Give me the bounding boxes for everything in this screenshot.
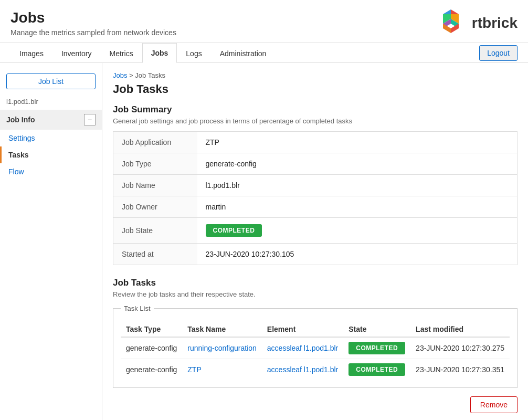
sidebar-item-settings[interactable]: Settings [0,130,102,146]
main-layout: Job List l1.pod1.blr Job Info − Settings… [0,63,528,420]
task-row-1: generate-config running-configuration ac… [121,337,510,359]
collapse-job-info-button[interactable]: − [84,114,96,125]
task-list-legend: Task List [121,304,154,312]
task-row-2: generate-config ZTP accessleaf l1.pod1.b… [121,359,510,381]
nav-item-jobs[interactable]: Jobs [142,43,177,63]
task-list-fieldset: Task List Task Type Task Name Element St… [113,304,518,388]
remove-button[interactable]: Remove [470,396,518,413]
job-summary-title: Job Summary [113,104,518,115]
job-tasks-description: Review the job tasks and their respectiv… [113,290,518,298]
nav-item-inventory[interactable]: Inventory [52,44,101,63]
row-value: l1.pod1.blr [197,175,518,196]
main-content: Jobs > Job Tasks Job Tasks Job Summary G… [102,63,528,420]
row-label: Started at [113,244,197,265]
task-element-link-2[interactable]: accessleaf l1.pod1.blr [267,365,338,374]
task-last-modified-1: 23-JUN-2020 10:27:30.275 [410,337,510,359]
task-state-1: COMPLETED [343,337,410,359]
page-subtitle: Manage the metrics sampled from network … [10,28,176,37]
breadcrumb: Jobs > Job Tasks [113,71,518,79]
row-value: generate-config [197,153,518,175]
row-value: martin [197,196,518,218]
table-row: Started at 23-JUN-2020 10:27:30.105 [113,244,518,265]
job-list-link[interactable]: Job List [6,74,96,89]
task-table-header-row: Task Type Task Name Element State Last m… [121,322,510,337]
job-tasks-title: Job Tasks [113,278,518,288]
table-row: Job State COMPLETED [113,218,518,244]
table-row: Job Type generate-config [113,153,518,175]
col-element: Element [262,322,343,337]
status-badge-1: COMPLETED [349,342,405,354]
sidebar-item-flow[interactable]: Flow [0,163,102,180]
job-info-label: Job Info [6,116,35,124]
main-nav: Images Inventory Metrics Jobs Logs Admin… [0,43,528,63]
col-task-name: Task Name [182,322,262,337]
nav-item-metrics[interactable]: Metrics [101,44,142,63]
row-label: Job Application [113,132,197,153]
logout-button[interactable]: Logout [479,45,518,61]
task-name-2: ZTP [182,359,262,381]
col-state: State [343,322,410,337]
page-title: Job Tasks [113,82,518,96]
task-last-modified-2: 23-JUN-2020 10:27:30.351 [410,359,510,381]
row-label: Job Type [113,153,197,175]
nav-item-administration[interactable]: Administration [211,44,276,63]
breadcrumb-separator: > [129,71,135,79]
sidebar: Job List l1.pod1.blr Job Info − Settings… [0,63,102,420]
header-title-area: Jobs Manage the metrics sampled from net… [10,9,176,37]
task-element-1: accessleaf l1.pod1.blr [262,337,343,359]
job-summary-table: Job Application ZTP Job Type generate-co… [113,131,518,265]
breadcrumb-current: Job Tasks [135,71,165,79]
sidebar-job-list-container: Job List [0,69,102,93]
row-label: Job State [113,218,197,244]
row-value: 23-JUN-2020 10:27:30.105 [197,244,518,265]
remove-row: Remove [113,396,518,413]
row-value: ZTP [197,132,518,153]
status-badge-2: COMPLETED [349,363,405,376]
job-info-section[interactable]: Job Info − [0,110,102,130]
sidebar-device-name: l1.pod1.blr [0,93,102,110]
task-name-1: running-configuration [182,337,262,359]
task-element-link-1[interactable]: accessleaf l1.pod1.blr [267,344,338,352]
task-element-2: accessleaf l1.pod1.blr [262,359,343,381]
task-type-1: generate-config [121,337,182,359]
task-name-link-1[interactable]: running-configuration [187,344,257,352]
page-main-title: Jobs [10,9,176,26]
task-state-2: COMPLETED [343,359,410,381]
breadcrumb-parent[interactable]: Jobs [113,71,127,79]
logo-area: rtbrick [435,8,518,37]
task-type-2: generate-config [121,359,182,381]
nav-item-logs[interactable]: Logs [177,44,210,63]
row-value-state: COMPLETED [197,218,518,244]
col-last-modified: Last modified [410,322,510,337]
task-table: Task Type Task Name Element State Last m… [121,322,510,380]
sidebar-item-tasks[interactable]: Tasks [0,146,102,163]
col-task-type: Task Type [121,322,182,337]
task-name-link-2[interactable]: ZTP [187,365,201,374]
logo-text: rtbrick [472,15,518,32]
row-label: Job Name [113,175,197,196]
status-badge: COMPLETED [206,224,262,237]
table-row: Job Application ZTP [113,132,518,153]
table-row: Job Owner martin [113,196,518,218]
table-row: Job Name l1.pod1.blr [113,175,518,196]
rtbrick-logo-icon [435,8,467,37]
nav-item-images[interactable]: Images [10,44,52,63]
row-label: Job Owner [113,196,197,218]
page-header: Jobs Manage the metrics sampled from net… [0,0,528,43]
job-summary-description: General job settings and job process in … [113,117,518,125]
